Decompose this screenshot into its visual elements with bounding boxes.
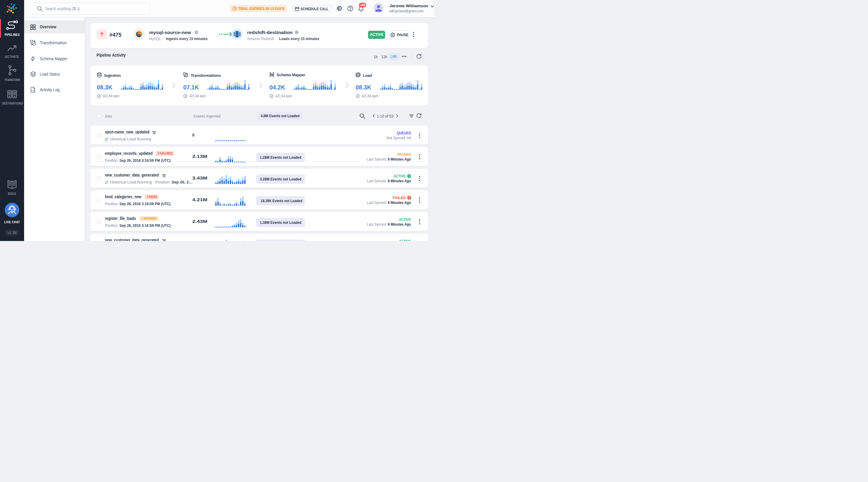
svg-text:LOG: LOG: [31, 90, 35, 92]
